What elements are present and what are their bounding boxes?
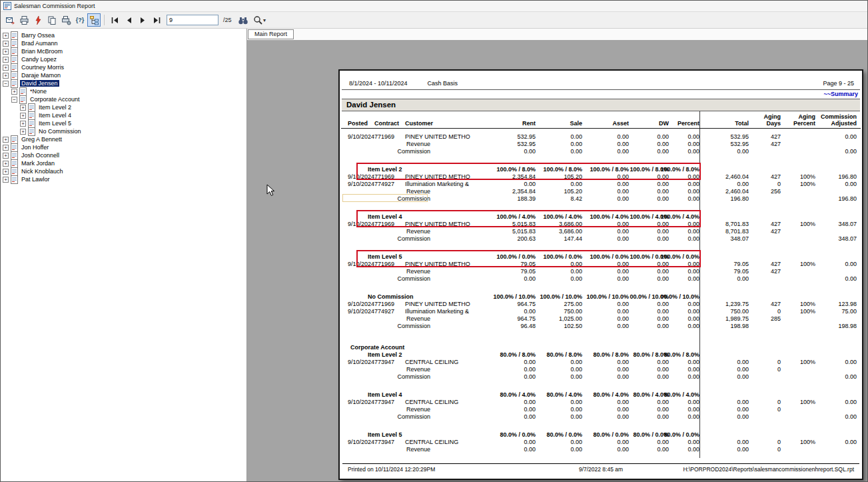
- expand-expander-icon[interactable]: +: [3, 33, 9, 39]
- page-number-input[interactable]: [167, 15, 218, 25]
- summary-label: Commission: [405, 413, 488, 420]
- expand-expander-icon[interactable]: +: [3, 161, 9, 167]
- tree-item-item-level-5[interactable]: +Item Level 5: [1, 119, 246, 127]
- cell: PINEY UNITED METHO: [405, 300, 488, 307]
- report-doc-icon-wrap: [11, 79, 18, 88]
- refresh-button[interactable]: [31, 13, 45, 27]
- tree-item-barry-ossea[interactable]: +Barry Ossea: [1, 31, 246, 39]
- zoom-button[interactable]: ▾: [250, 13, 269, 27]
- toggle-group-tree-button[interactable]: [87, 13, 101, 27]
- tree-item-david-jensen[interactable]: −David Jensen: [1, 79, 246, 87]
- tree-item-candy-lopez[interactable]: +Candy Lopez: [1, 55, 246, 63]
- collapse-expander-icon[interactable]: −: [3, 81, 9, 87]
- group-band: David Jensen: [342, 99, 860, 111]
- tree-item-nick-knoblauch[interactable]: +Nick Knoblauch: [1, 167, 246, 175]
- tree-item-greg-a-bennett[interactable]: +Greg A Bennett: [1, 135, 246, 143]
- cell: 0.00: [815, 133, 857, 140]
- tree-item-label: Item Level 4: [37, 112, 73, 119]
- expand-expander-icon[interactable]: +: [3, 169, 9, 175]
- tree-item-pat-lawlor[interactable]: +Pat Lawlor: [1, 175, 246, 183]
- last-page-button[interactable]: [150, 13, 163, 27]
- group-percent: 100.0% / 10.0%: [536, 293, 582, 300]
- summary-label: Revenue: [405, 445, 488, 453]
- first-page-button[interactable]: [108, 13, 121, 27]
- find-button[interactable]: [236, 13, 250, 27]
- cell: 0.00: [699, 275, 749, 282]
- tree-item-brad-aumann[interactable]: +Brad Aumann: [1, 39, 246, 47]
- cell: [781, 373, 815, 380]
- toolbar: {?} /25 ▾: [1, 12, 867, 29]
- cell: 0.00: [536, 438, 582, 445]
- tree-item-label: Jon Hoffer: [20, 144, 50, 151]
- cell: 774927: [374, 307, 405, 315]
- expand-expander-icon[interactable]: +: [3, 73, 9, 79]
- tree-item-daraje-mamon[interactable]: +Daraje Mamon: [1, 71, 246, 79]
- expand-expander-icon[interactable]: +: [3, 49, 9, 55]
- tree-item-mark-jordan[interactable]: +Mark Jordan: [1, 159, 246, 167]
- expand-expander-icon[interactable]: +: [3, 177, 9, 183]
- expand-expander-icon[interactable]: +: [3, 153, 9, 159]
- tree-item-josh-oconnell[interactable]: +Josh Oconnell: [1, 151, 246, 159]
- prev-page-button[interactable]: [122, 13, 135, 27]
- cell: [781, 405, 815, 413]
- group-percent: 80.0% / 8.0%: [488, 351, 536, 358]
- expand-expander-icon[interactable]: +: [3, 41, 9, 47]
- cell: 79.05: [699, 260, 749, 267]
- cell: 0.00: [629, 180, 669, 187]
- tree-item-courtney-morris[interactable]: +Courtney Morris: [1, 63, 246, 71]
- expand-expander-icon[interactable]: +: [3, 57, 9, 63]
- cell: 771969: [374, 133, 405, 140]
- cell: 0.00: [629, 173, 669, 180]
- cell: 0.00: [582, 180, 629, 187]
- print-setup-button[interactable]: [59, 13, 73, 27]
- cell: 0.00: [488, 413, 536, 420]
- cell: 123.98: [815, 300, 857, 307]
- expand-expander-icon[interactable]: +: [3, 65, 9, 71]
- cell: 773947: [374, 438, 405, 445]
- collapse-expander-icon[interactable]: −: [11, 97, 17, 103]
- cell: 532.95: [488, 140, 536, 147]
- cell: 0: [749, 398, 781, 405]
- parameters-button[interactable]: {?}: [73, 13, 87, 27]
- cell: 285: [749, 315, 781, 322]
- report-summary-row: Commission0.000.000.000.000.000.000.00: [341, 413, 861, 420]
- group-percent: 100.0% / 4.0%: [582, 213, 629, 220]
- summary-link[interactable]: ~~Summary: [823, 91, 858, 97]
- window-title: Salesman Commission Report: [14, 3, 95, 9]
- group-percent: 100.0% / 10.0%: [582, 293, 629, 300]
- tab-main-report[interactable]: Main Report: [248, 29, 294, 39]
- cell: 0.00: [669, 315, 699, 322]
- cell: 0.00: [582, 365, 629, 373]
- cell: 9/10/2024: [348, 438, 374, 445]
- tree-item-corporate-account[interactable]: −Corporate Account: [1, 95, 246, 103]
- cell: 532.95: [699, 140, 749, 147]
- tree-item-item-level-2[interactable]: +Item Level 2: [1, 103, 246, 111]
- expand-expander-icon[interactable]: +: [20, 121, 26, 127]
- export-button[interactable]: [3, 13, 17, 27]
- footer-run-date: 9/7/2022 8:45 am: [579, 466, 623, 473]
- expand-expander-icon[interactable]: +: [3, 137, 9, 143]
- cell: 75.00: [815, 307, 857, 315]
- tree-item-brian-mcbroom[interactable]: +Brian McBroom: [1, 47, 246, 55]
- copy-button[interactable]: [45, 13, 59, 27]
- tree-item-jon-hoffer[interactable]: +Jon Hoffer: [1, 143, 246, 151]
- cell: [781, 267, 815, 275]
- expand-expander-icon[interactable]: +: [20, 113, 26, 119]
- expand-expander-icon[interactable]: +: [3, 145, 9, 151]
- cell: 0.00: [669, 235, 699, 242]
- group-percent: 80.0% / 0.0%: [582, 431, 629, 438]
- cell: 0.00: [699, 365, 749, 373]
- report-detail-row: 9/10/2024773947CENTRAL CEILING0.000.000.…: [341, 438, 861, 445]
- expand-expander-icon[interactable]: +: [20, 105, 26, 111]
- expand-expander-icon[interactable]: +: [20, 129, 26, 135]
- next-page-button[interactable]: [136, 13, 149, 27]
- cell: 275.00: [536, 300, 582, 307]
- cell: 0.00: [629, 275, 669, 282]
- report-summary-row: Commission0.000.000.000.000.000.000.00: [341, 373, 861, 380]
- tree-item-none[interactable]: +*None: [1, 87, 246, 95]
- tree-item-item-level-4[interactable]: +Item Level 4: [1, 111, 246, 119]
- tree-item-label: David Jensen: [20, 80, 59, 87]
- tree-item-no-commission[interactable]: +No Commission: [1, 127, 246, 135]
- expand-expander-icon[interactable]: +: [11, 89, 17, 95]
- print-button[interactable]: [17, 13, 31, 27]
